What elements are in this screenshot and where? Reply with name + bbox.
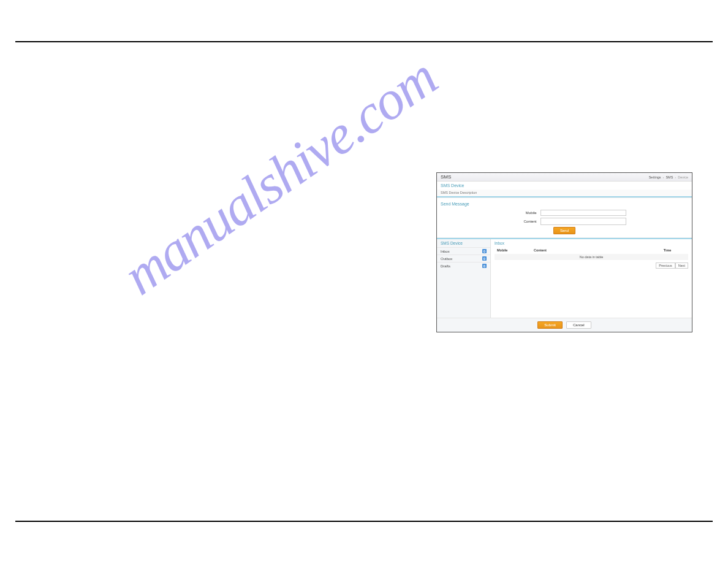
mobile-row: Mobile: [441, 210, 688, 216]
crumb-device: Device: [678, 175, 688, 179]
send-button[interactable]: Send: [553, 227, 575, 234]
previous-button[interactable]: Previous: [656, 262, 675, 269]
sidebar-item-inbox[interactable]: Inbox 0: [437, 247, 490, 255]
window-titlebar: SMS Settings › SMS › Device: [437, 173, 692, 182]
sms-device-head: SMS Device: [437, 182, 692, 190]
page-title: SMS: [441, 174, 451, 180]
col-content: Content: [534, 248, 649, 252]
sms-device-desc: SMS Device Description: [437, 190, 692, 197]
sidebar-item-drafts[interactable]: Drafts 0: [437, 262, 490, 269]
sidebar-item-label: Drafts: [441, 264, 450, 268]
sidebar: SMS Device Inbox 0 Outbox 0 Drafts 0: [437, 239, 491, 318]
crumb-sep: ›: [675, 175, 676, 179]
cancel-button[interactable]: Cancel: [566, 321, 591, 329]
sidebar-item-label: Inbox: [441, 250, 450, 253]
table-header: Mobile Content Time: [495, 247, 688, 253]
inbox-head: Inbox: [491, 239, 692, 247]
breadcrumb: Settings › SMS › Device: [649, 175, 688, 179]
badge-count: 0: [482, 264, 487, 268]
col-time: Time: [649, 248, 686, 252]
table-empty: No data in table: [495, 254, 688, 260]
send-message-head: Send Message: [441, 200, 688, 208]
page-top-rule: [15, 41, 713, 42]
next-button[interactable]: Next: [675, 262, 688, 269]
crumb-sms[interactable]: SMS: [665, 175, 673, 179]
mobile-input[interactable]: [540, 210, 626, 216]
pager: Previous Next: [495, 262, 688, 269]
badge-count: 0: [482, 256, 487, 261]
sidebar-item-label: Outbox: [441, 257, 452, 261]
sidebar-item-outbox[interactable]: Outbox 0: [437, 255, 490, 262]
send-message-section: Send Message Mobile Content Send: [437, 198, 692, 238]
inbox-table: Mobile Content Time No data in table: [495, 247, 688, 260]
main-panel: Inbox Mobile Content Time No data in tab…: [491, 239, 692, 318]
page-bottom-rule: [15, 521, 713, 522]
submit-button[interactable]: Submit: [537, 321, 563, 329]
content-row: Content: [441, 218, 688, 225]
content-input[interactable]: [540, 218, 626, 225]
footer-actions: Submit Cancel: [437, 318, 692, 332]
crumb-settings[interactable]: Settings: [649, 175, 661, 179]
sms-window: SMS Settings › SMS › Device SMS Device S…: [436, 172, 692, 332]
badge-count: 0: [482, 249, 487, 253]
mobile-label: Mobile: [503, 211, 537, 215]
split-pane: SMS Device Inbox 0 Outbox 0 Drafts 0 Inb…: [437, 238, 692, 318]
content-label: Content: [503, 220, 537, 223]
sms-device-section: SMS Device SMS Device Description: [437, 182, 692, 198]
sidebar-head: SMS Device: [437, 239, 490, 247]
col-mobile: Mobile: [497, 248, 534, 252]
crumb-sep: ›: [663, 175, 664, 179]
